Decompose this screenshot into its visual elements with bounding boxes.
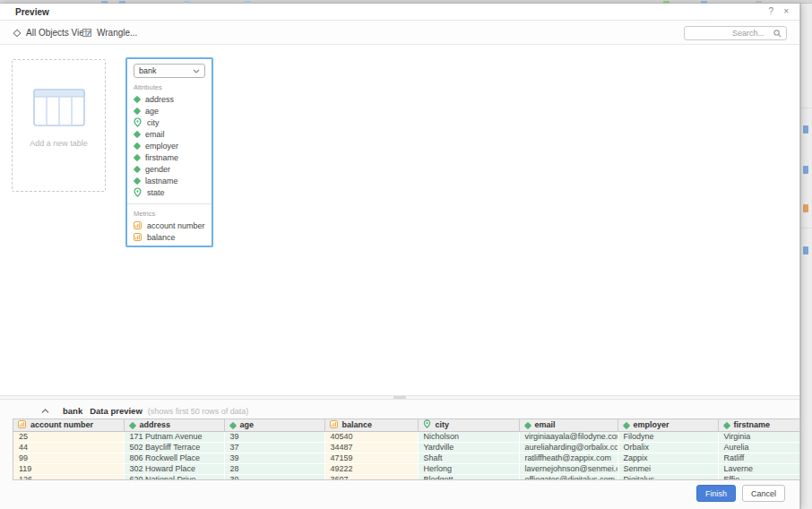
cell: ratliffheath@zappix.com: [519, 453, 618, 463]
splitter-grip-icon: [393, 396, 406, 399]
dialog-toolbar: All Objects View Wrangle...: [0, 22, 799, 45]
help-button[interactable]: ?: [768, 6, 773, 16]
column-header-label: age: [240, 420, 255, 429]
attribute-item-city[interactable]: city: [134, 116, 205, 128]
attribute-label: firstname: [145, 153, 178, 162]
attribute-item-address[interactable]: address: [134, 93, 205, 105]
background-icon-sliver: [803, 166, 808, 174]
column-header-email: email: [519, 419, 618, 431]
cell: 806 Rockwell Place: [124, 453, 224, 463]
cell: Ratliff: [718, 453, 800, 463]
table-row: 99 806 Rockwell Place 39 47159 Shaft rat…: [13, 453, 800, 463]
table-select[interactable]: bank: [134, 64, 205, 78]
cell: Laverne: [718, 463, 800, 474]
add-table-dropzone[interactable]: Add a new table: [12, 59, 106, 192]
collapse-chevron-icon[interactable]: [41, 409, 49, 414]
editor-canvas: Add a new table bank Attributes address …: [0, 45, 799, 395]
cell: Nicholson: [418, 431, 519, 442]
add-table-label: Add a new table: [13, 139, 105, 148]
cell: 171 Putnam Avenue: [124, 431, 224, 442]
cell: 37: [224, 442, 324, 453]
diamond-outline-icon: [13, 29, 22, 38]
attribute-item-firstname[interactable]: firstname: [134, 151, 205, 163]
table-row: 119 302 Howard Place 28 49222 Herlong la…: [13, 463, 800, 474]
attribute-item-age[interactable]: age: [134, 105, 205, 116]
cell: Virginia: [718, 431, 800, 442]
cell: 620 National Drive: [124, 474, 224, 480]
metric-item-balance[interactable]: balance: [134, 231, 205, 243]
column-header-label: email: [535, 420, 556, 429]
dialog-header: Preview ? ×: [0, 4, 799, 21]
data-preview-section: bank Data preview (shows first 50 rows o…: [0, 400, 799, 509]
close-button[interactable]: ×: [783, 6, 789, 16]
background-divider: [801, 228, 812, 229]
metric-icon: [134, 233, 142, 241]
attribute-diamond-icon: [128, 422, 135, 429]
table-glyph-icon: [33, 89, 85, 126]
attribute-diamond-icon: [229, 422, 236, 429]
attribute-diamond-icon: [523, 422, 531, 429]
background-icon-sliver: [803, 246, 808, 254]
attribute-item-employer[interactable]: employer: [134, 140, 205, 151]
background-icon-sliver: [803, 204, 808, 212]
attribute-label: city: [147, 118, 160, 127]
cell: Senmei: [618, 463, 718, 474]
attribute-diamond-icon: [722, 422, 730, 429]
attributes-section-label: Attributes: [134, 83, 205, 91]
column-header-city: city: [418, 419, 519, 431]
dialog-footer: Finish Cancel: [696, 485, 785, 502]
attribute-label: age: [145, 107, 159, 116]
data-preview-table[interactable]: account number address age balance city …: [13, 418, 800, 480]
attribute-diamond-icon: [134, 142, 141, 149]
search-input[interactable]: [685, 27, 786, 39]
chevron-down-icon: [193, 69, 200, 73]
screen: Preview ? × All Objects View Wrangle...: [0, 0, 812, 509]
column-header-label: firstname: [734, 420, 771, 429]
cell: 40540: [324, 431, 418, 442]
cell: 47159: [324, 453, 418, 463]
cell: 3607: [324, 474, 418, 480]
column-header-label: balance: [342, 420, 373, 429]
cell: Orbalix: [618, 442, 718, 453]
data-preview-header: bank Data preview (shows first 50 rows o…: [41, 406, 248, 416]
attribute-diamond-icon: [134, 107, 141, 114]
cancel-button[interactable]: Cancel: [742, 485, 785, 502]
finish-button[interactable]: Finish: [696, 485, 736, 502]
metric-icon: [330, 420, 338, 428]
cell: effiegates@digitalus.com: [519, 474, 618, 480]
cell: Herlong: [418, 463, 519, 474]
attribute-item-lastname[interactable]: lastname: [134, 175, 205, 186]
table-select-value: bank: [139, 66, 157, 75]
wrangle-button[interactable]: Wrangle...: [82, 28, 137, 38]
column-header-label: account number: [30, 420, 93, 429]
attribute-item-state[interactable]: state: [134, 186, 205, 198]
cell: 39: [224, 474, 324, 480]
all-objects-view-label: All Objects View: [26, 28, 91, 38]
dataset-panel: bank Attributes address age: [125, 57, 213, 247]
cell: Shaft: [418, 453, 519, 463]
preview-title: Data preview: [90, 406, 143, 416]
column-header-label: employer: [634, 420, 669, 429]
column-header-balance: balance: [324, 419, 418, 431]
cell: 34487: [324, 442, 418, 453]
attribute-label: email: [145, 130, 165, 139]
cell: 44: [13, 442, 124, 453]
attribute-item-gender[interactable]: gender: [134, 163, 205, 175]
attribute-label: employer: [145, 142, 178, 151]
attribute-diamond-icon: [134, 130, 141, 137]
all-objects-view-button[interactable]: All Objects View: [13, 28, 91, 38]
attribute-label: gender: [145, 165, 170, 174]
table-row: 44 502 Baycliff Terrace 37 34487 Yardvil…: [13, 442, 800, 453]
metric-icon: [18, 420, 26, 428]
attribute-item-email[interactable]: email: [134, 128, 205, 140]
cell: Yardville: [418, 442, 519, 453]
cell: 39: [224, 453, 324, 463]
background-icon-sliver: [803, 125, 808, 134]
metric-item-account-number[interactable]: account number: [134, 220, 205, 231]
preview-dialog: Preview ? × All Objects View Wrangle...: [0, 4, 800, 509]
cell: Effie: [718, 474, 800, 480]
cell: lavernejohnson@senmei.com: [519, 463, 618, 474]
cell: 39: [224, 431, 324, 442]
attribute-label: state: [147, 188, 165, 197]
cell: 302 Howard Place: [124, 463, 224, 474]
